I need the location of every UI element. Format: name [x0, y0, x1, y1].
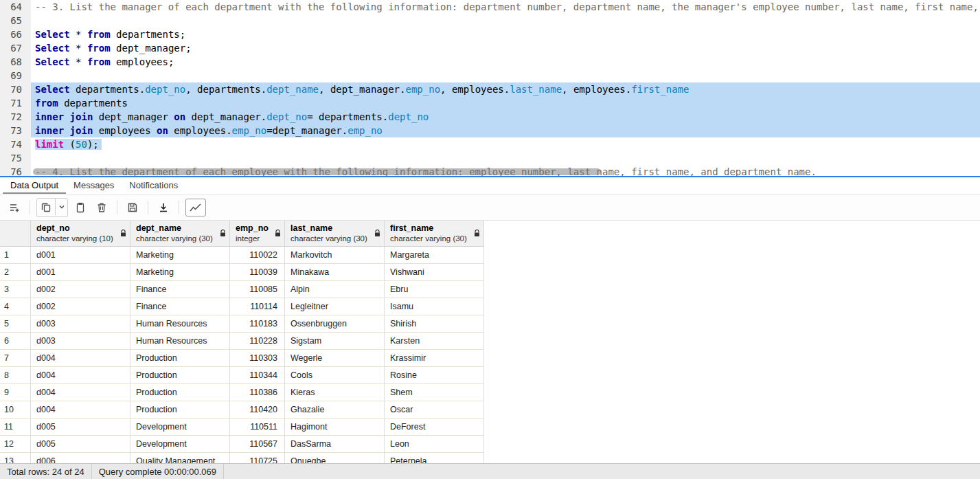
table-cell[interactable]: Cools: [285, 367, 385, 384]
table-cell[interactable]: 110022: [230, 247, 285, 264]
table-cell[interactable]: 110567: [230, 436, 285, 453]
editor-horizontal-scrollbar[interactable]: [33, 168, 601, 175]
table-cell[interactable]: 110725: [230, 453, 285, 463]
table-cell[interactable]: d004: [31, 367, 130, 384]
row-number-cell[interactable]: 5: [0, 315, 31, 333]
table-cell[interactable]: 110228: [230, 333, 285, 350]
table-cell[interactable]: Production: [130, 350, 230, 367]
table-cell[interactable]: Legleitner: [285, 298, 385, 315]
table-cell[interactable]: Oscar: [385, 401, 484, 419]
table-cell[interactable]: Development: [130, 436, 230, 453]
table-cell[interactable]: d002: [31, 298, 130, 315]
table-cell[interactable]: Development: [130, 419, 230, 436]
table-cell[interactable]: Krassimir: [385, 350, 484, 367]
editor-line[interactable]: 66Select * from departments;: [0, 27, 980, 41]
table-cell[interactable]: Production: [130, 384, 230, 401]
table-cell[interactable]: Alpin: [285, 281, 385, 298]
table-cell[interactable]: Karsten: [385, 333, 484, 350]
editor-line[interactable]: 65: [0, 14, 980, 27]
column-header-emp-no[interactable]: emp_no integer: [230, 221, 285, 247]
table-cell[interactable]: d005: [31, 436, 130, 453]
table-cell[interactable]: d004: [31, 384, 130, 401]
table-cell[interactable]: 110039: [230, 264, 285, 281]
table-cell[interactable]: Markovitch: [285, 247, 385, 264]
delete-button[interactable]: [93, 199, 111, 216]
table-cell[interactable]: 110511: [230, 419, 285, 436]
table-cell[interactable]: d003: [31, 315, 130, 333]
table-cell[interactable]: Margareta: [385, 247, 484, 264]
row-number-cell[interactable]: 4: [0, 298, 31, 315]
table-cell[interactable]: Finance: [130, 298, 230, 315]
table-cell[interactable]: Ebru: [385, 281, 484, 298]
table-cell[interactable]: Onuegbe: [285, 453, 385, 463]
table-cell[interactable]: Production: [130, 401, 230, 419]
table-cell[interactable]: 110386: [230, 384, 285, 401]
table-cell[interactable]: DeForest: [385, 419, 484, 436]
table-cell[interactable]: Marketing: [130, 264, 230, 281]
row-number-cell[interactable]: 3: [0, 281, 31, 298]
editor-line[interactable]: 72inner join dept_manager on dept_manage…: [0, 110, 980, 124]
tab-messages[interactable]: Messages: [66, 177, 122, 194]
column-header-last-name[interactable]: last_name character varying (30): [285, 221, 385, 247]
row-number-cell[interactable]: 12: [0, 436, 31, 453]
editor-line[interactable]: 64-- 3. List the manager of each departm…: [0, 0, 980, 14]
download-button[interactable]: [155, 199, 172, 216]
table-cell[interactable]: d006: [31, 453, 130, 463]
table-cell[interactable]: d004: [31, 401, 130, 419]
editor-line[interactable]: 71from departments: [0, 96, 980, 110]
table-cell[interactable]: Minakawa: [285, 264, 385, 281]
table-cell[interactable]: d005: [31, 419, 130, 436]
table-cell[interactable]: Marketing: [130, 247, 230, 264]
row-number-cell[interactable]: 10: [0, 401, 31, 419]
table-cell[interactable]: Human Resources: [130, 333, 230, 350]
row-number-cell[interactable]: 2: [0, 264, 31, 281]
editor-line[interactable]: 70Select departments.dept_no, department…: [0, 82, 980, 96]
table-cell[interactable]: d002: [31, 281, 130, 298]
table-cell[interactable]: d004: [31, 350, 130, 367]
table-cell[interactable]: Ghazalie: [285, 401, 385, 419]
tab-notifications[interactable]: Notifications: [122, 177, 185, 194]
table-cell[interactable]: Sigstam: [285, 333, 385, 350]
table-cell[interactable]: Human Resources: [130, 315, 230, 333]
editor-line[interactable]: 74limit (50);: [0, 137, 980, 151]
save-data-changes-button[interactable]: [124, 199, 141, 216]
table-cell[interactable]: d001: [31, 264, 130, 281]
row-number-cell[interactable]: 9: [0, 384, 31, 401]
table-cell[interactable]: 110344: [230, 367, 285, 384]
table-cell[interactable]: 110420: [230, 401, 285, 419]
table-cell[interactable]: 110183: [230, 315, 285, 333]
column-header-dept-name[interactable]: dept_name character varying (30): [130, 221, 230, 247]
table-cell[interactable]: Wegerle: [285, 350, 385, 367]
table-cell[interactable]: Rosine: [385, 367, 484, 384]
column-header-dept-no[interactable]: dept_no character varying (10): [31, 221, 130, 247]
table-cell[interactable]: Peternela: [385, 453, 484, 463]
table-cell[interactable]: Hagimont: [285, 419, 385, 436]
editor-line[interactable]: 68Select * from employees;: [0, 55, 980, 69]
table-cell[interactable]: 110303: [230, 350, 285, 367]
editor-line[interactable]: 73inner join employees on employees.emp_…: [0, 124, 980, 137]
copy-button[interactable]: [37, 199, 55, 215]
graph-visualiser-button[interactable]: [185, 199, 206, 216]
row-number-cell[interactable]: 1: [0, 247, 31, 264]
table-cell[interactable]: Finance: [130, 281, 230, 298]
column-header-first-name[interactable]: first_name character varying (30): [385, 221, 484, 247]
table-cell[interactable]: d001: [31, 247, 130, 264]
row-number-cell[interactable]: 6: [0, 333, 31, 350]
table-cell[interactable]: Production: [130, 367, 230, 384]
table-cell[interactable]: Shirish: [385, 315, 484, 333]
table-cell[interactable]: Vishwani: [385, 264, 484, 281]
table-cell[interactable]: 110114: [230, 298, 285, 315]
editor-line[interactable]: 69: [0, 69, 980, 82]
tab-data-output[interactable]: Data Output: [3, 177, 66, 194]
row-number-cell[interactable]: 7: [0, 350, 31, 367]
row-number-cell[interactable]: 13: [0, 453, 31, 463]
row-number-cell[interactable]: 8: [0, 367, 31, 384]
row-number-header[interactable]: [0, 221, 31, 247]
table-cell[interactable]: d003: [31, 333, 130, 350]
table-cell[interactable]: Isamu: [385, 298, 484, 315]
table-cell[interactable]: 110085: [230, 281, 285, 298]
editor-line[interactable]: 75: [0, 151, 980, 165]
table-cell[interactable]: Quality Management: [130, 453, 230, 463]
sql-editor[interactable]: 64-- 3. List the manager of each departm…: [0, 0, 980, 176]
table-cell[interactable]: Leon: [385, 436, 484, 453]
